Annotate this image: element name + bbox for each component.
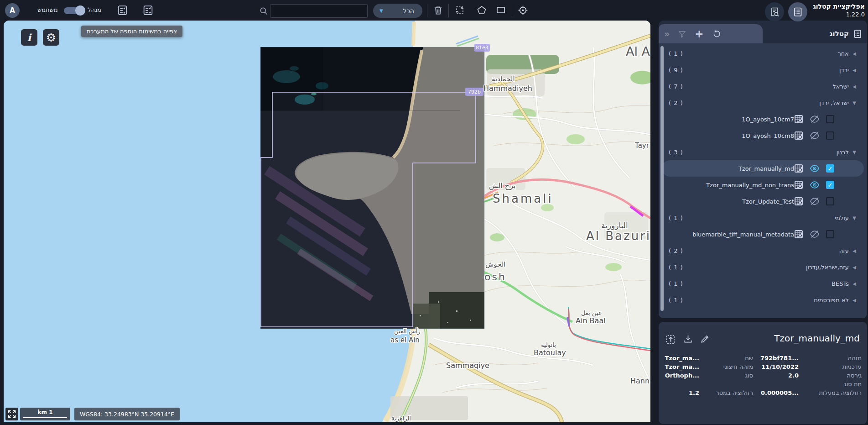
map-scalebar: km 1: [20, 408, 70, 420]
footprint-badge[interactable]: 81e3: [474, 44, 490, 52]
app-title: אפליקציית קטלוג: [813, 3, 865, 10]
draw-polygon-button[interactable]: [474, 3, 489, 17]
place-label-en: Tayr: [634, 142, 650, 150]
layer-visibility-toggle[interactable]: [810, 163, 820, 173]
catalog-layer-row[interactable]: Tzor_Update_Test: [659, 193, 867, 210]
field-label: רזולוציה במעלות: [799, 389, 862, 396]
place-label-ar: بانوليه: [541, 341, 556, 349]
locate-button[interactable]: [515, 3, 530, 17]
catalog-group-row[interactable]: ◀עזה,ישראל,עדכון( 1 ): [659, 259, 867, 275]
layer-checkbox[interactable]: ✓: [826, 181, 834, 189]
layer-visibility-toggle[interactable]: [810, 180, 820, 190]
crosshair-icon: [517, 5, 529, 16]
raster-layer-icon: [794, 131, 803, 140]
export-button[interactable]: [665, 334, 676, 345]
chevron-expanded-icon[interactable]: ▼: [849, 150, 856, 155]
details-title: Tzor_manually_md: [774, 333, 860, 344]
layer-checkbox[interactable]: ✓: [826, 164, 834, 173]
place-label-ar: الحمادية: [492, 75, 515, 83]
search-scope-dropdown[interactable]: ▼ הכל: [373, 4, 422, 18]
draw-rectangle-button[interactable]: [494, 3, 508, 17]
select-by-footprint-button[interactable]: [452, 3, 467, 17]
layer-checkbox[interactable]: [826, 197, 834, 205]
tooltip: צפייה במשימות הוספה של המערכת: [81, 26, 182, 37]
catalog-panel-button[interactable]: [788, 2, 807, 21]
field-value: 11/10/2022: [753, 363, 799, 370]
search-results-button[interactable]: [765, 2, 784, 21]
layer-type-icon: [794, 115, 803, 124]
user-tasks-button[interactable]: [140, 3, 155, 17]
group-count: ( 2 ): [669, 100, 683, 106]
field-label: מזהה חיצוני: [699, 363, 753, 370]
chevron-collapsed-icon[interactable]: ◀: [849, 51, 856, 56]
dashed-selection-icon: [454, 5, 465, 16]
field-value: 0.000005...: [753, 389, 799, 396]
layer-visibility-toggle[interactable]: [810, 196, 820, 206]
group-label: ישראל: [832, 83, 849, 90]
footprint-badge[interactable]: 792b: [465, 88, 483, 96]
polygon-icon: [476, 5, 487, 16]
raster-layer-icon: [794, 197, 803, 206]
visibility-on-icon: [810, 180, 820, 190]
download-button[interactable]: [683, 334, 693, 345]
catalog-group-row[interactable]: ◀עזה( 2 ): [659, 242, 867, 259]
layer-checkbox[interactable]: [826, 115, 834, 123]
layer-visibility-toggle[interactable]: [810, 131, 820, 141]
chevron-expanded-icon[interactable]: ▼: [849, 215, 856, 220]
catalog-group-row[interactable]: ◀ישראל( 7 ): [659, 78, 867, 94]
chevron-collapsed-icon[interactable]: ◀: [849, 265, 856, 270]
layer-visibility-toggle[interactable]: [810, 114, 820, 124]
edit-button[interactable]: [700, 334, 710, 345]
catalog-group-row[interactable]: ▼עולמי( 1 ): [659, 210, 867, 226]
collapse-panel-button[interactable]: »: [664, 29, 670, 39]
group-label: אחר: [837, 50, 849, 57]
group-count: ( 2 ): [669, 247, 683, 254]
catalog-layer-row[interactable]: bluemarble_tiff_manual_metadata: [659, 226, 867, 242]
field-value: 792bf781...: [753, 355, 799, 362]
field-value: Orthoph...: [655, 372, 699, 379]
chevron-collapsed-icon[interactable]: ◀: [849, 281, 856, 286]
layer-visibility-toggle[interactable]: [810, 229, 820, 239]
layer-checkbox[interactable]: [826, 131, 834, 140]
settings-button[interactable]: ⚙: [43, 29, 59, 46]
catalog-layer-row[interactable]: ✓ Tzor_manually_md: [662, 160, 864, 177]
place-label-ar: الحوش: [485, 260, 505, 268]
field-value: Tzor_ma...: [655, 355, 699, 362]
fullscreen-button[interactable]: [5, 408, 18, 420]
catalog-group-row[interactable]: ◀אחר( 1 ): [659, 45, 867, 62]
system-tasks-button[interactable]: [115, 3, 130, 17]
catalog-group-row[interactable]: ▼ישראל, ירדן( 2 ): [659, 94, 867, 111]
chevron-collapsed-icon[interactable]: ◀: [849, 298, 856, 303]
catalog-layer-row[interactable]: 1O_ayosh_10cm7: [659, 111, 867, 127]
search-input[interactable]: [270, 4, 368, 18]
place-label-en: Sammaqiye: [446, 361, 489, 370]
chevron-expanded-icon[interactable]: ▼: [849, 100, 856, 105]
catalog-group-row[interactable]: ◀ירדן( 9 ): [659, 62, 867, 78]
avatar[interactable]: A: [5, 3, 20, 18]
catalog-group-row[interactable]: ▼לבנון( 3 ): [659, 144, 867, 160]
layer-name: 1O_ayosh_10cm8: [742, 132, 794, 139]
layer-checkbox[interactable]: [826, 230, 834, 238]
catalog-group-row[interactable]: ◀לא מפורסמים( 1 ): [659, 292, 867, 308]
clear-selection-button[interactable]: [431, 3, 445, 17]
catalog-group-row[interactable]: ◀BESTs( 1 ): [659, 275, 867, 292]
filter-button[interactable]: [678, 30, 686, 38]
add-layer-button[interactable]: +: [695, 29, 703, 39]
catalog-title: קטלוג: [830, 30, 849, 38]
scrollbar-thumb[interactable]: [660, 46, 664, 311]
field-label: מזהה: [799, 355, 862, 362]
chevron-collapsed-icon[interactable]: ◀: [849, 248, 856, 253]
catalog-layer-row[interactable]: ✓ Tzor_manually_md_non_trans: [659, 177, 867, 193]
place-label-en: Hann: [630, 377, 650, 385]
group-count: ( 1 ): [669, 280, 683, 287]
chevron-collapsed-icon[interactable]: ◀: [849, 84, 856, 89]
map-view[interactable]: الحمادية Hammadiyeh Al A Tayr برج الش Sh…: [4, 21, 650, 422]
refresh-button[interactable]: [712, 29, 722, 39]
raster-layer-icon: [794, 164, 803, 173]
role-toggle[interactable]: [64, 7, 84, 14]
info-button[interactable]: i: [21, 29, 37, 46]
role-label-user: משתמש: [37, 6, 58, 13]
chevron-collapsed-icon[interactable]: ◀: [849, 68, 856, 73]
catalog-layer-row[interactable]: 1O_ayosh_10cm8: [659, 127, 867, 144]
role-label-admin: מנהל: [88, 6, 101, 13]
